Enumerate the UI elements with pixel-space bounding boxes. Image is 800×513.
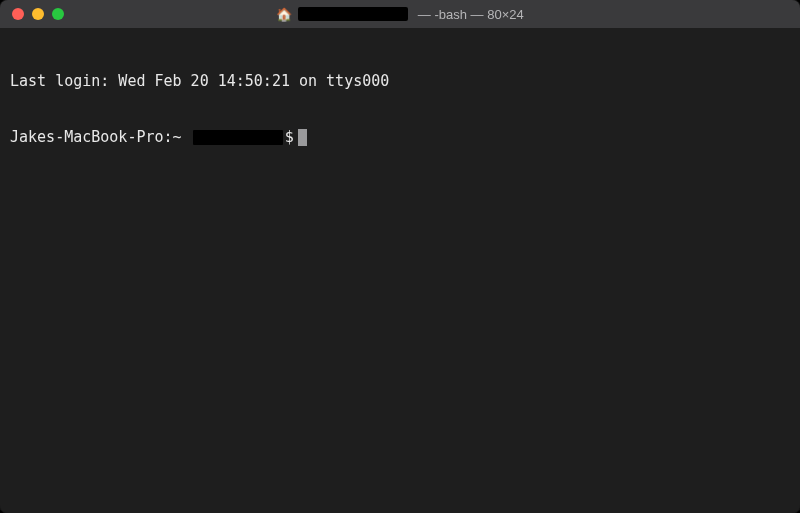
window-title: 🏠 — -bash — 80×24 bbox=[0, 7, 800, 22]
title-bar[interactable]: 🏠 — -bash — 80×24 bbox=[0, 0, 800, 28]
cursor-icon bbox=[298, 129, 307, 146]
redacted-username bbox=[193, 130, 283, 145]
traffic-lights bbox=[0, 8, 64, 20]
maximize-icon[interactable] bbox=[52, 8, 64, 20]
minimize-icon[interactable] bbox=[32, 8, 44, 20]
prompt-host: Jakes-MacBook-Pro:~ bbox=[10, 128, 191, 147]
prompt-symbol: $ bbox=[285, 128, 294, 147]
redacted-title-segment bbox=[298, 7, 408, 21]
close-icon[interactable] bbox=[12, 8, 24, 20]
prompt-line: Jakes-MacBook-Pro:~ $ bbox=[10, 128, 790, 147]
terminal-body[interactable]: Last login: Wed Feb 20 14:50:21 on ttys0… bbox=[0, 28, 800, 513]
last-login-line: Last login: Wed Feb 20 14:50:21 on ttys0… bbox=[10, 72, 790, 91]
title-text: — -bash — 80×24 bbox=[414, 7, 523, 22]
home-folder-icon: 🏠 bbox=[276, 8, 292, 21]
terminal-window: 🏠 — -bash — 80×24 Last login: Wed Feb 20… bbox=[0, 0, 800, 513]
